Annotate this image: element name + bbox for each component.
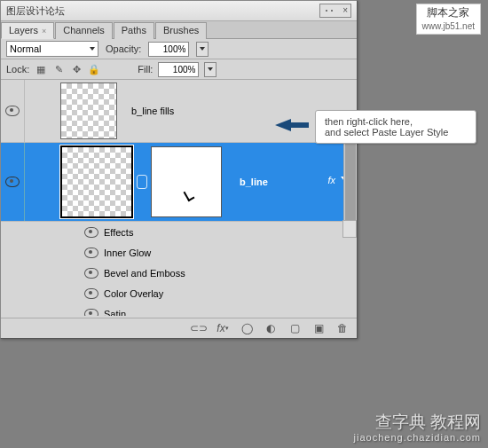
tab-close-icon[interactable]: × [42, 27, 46, 35]
watermark-bottom: 查字典 教程网 jiaocheng.chazidian.com [354, 413, 481, 443]
effect-item[interactable]: Color Overlay [1, 283, 357, 303]
mask-link-icon[interactable] [137, 175, 147, 189]
layer-thumbnail[interactable] [60, 83, 117, 139]
callout-line2: and select Paste Layer Style [325, 127, 467, 138]
panel-menu-button[interactable]: × [319, 4, 351, 18]
scrollbar-thumb[interactable] [345, 142, 356, 220]
callout-line1: then right-click here, [325, 116, 467, 127]
fill-input[interactable]: 100% [158, 62, 199, 77]
lock-label: Lock: [6, 64, 29, 75]
panel-tabs: Layers× Channels Paths Brushes [1, 21, 357, 39]
layers-bottom-toolbar: ⊂⊃ fx▾ ◯ ◐ ▢ ▣ 🗑 [1, 318, 357, 338]
trash-icon[interactable]: 🗑 [335, 321, 350, 335]
blend-mode-select[interactable]: Normal [6, 41, 98, 57]
group-icon[interactable]: ▢ [287, 321, 302, 335]
tab-paths[interactable]: Paths [114, 22, 154, 39]
adjustment-icon[interactable]: ◐ [264, 321, 278, 335]
visibility-eye-icon[interactable] [84, 288, 98, 299]
tab-channels[interactable]: Channels [55, 22, 112, 39]
effect-item[interactable]: Bevel and Emboss [1, 263, 357, 283]
lock-controls: Lock: ▦ ✎ ✥ 🔒 Fill: 100% [1, 59, 357, 80]
fill-label: Fill: [138, 64, 153, 75]
fx-badge[interactable]: fx [327, 175, 335, 185]
link-layers-icon[interactable]: ⊂⊃ [192, 321, 206, 335]
layer-name[interactable]: b_line fills [131, 106, 174, 116]
callout-tooltip: then right-click here, and select Paste … [315, 110, 476, 144]
opacity-input[interactable]: 100% [148, 42, 189, 57]
effect-item[interactable]: Satin [1, 303, 357, 316]
layer-row[interactable]: b_line fills [1, 80, 357, 143]
lock-pixels-icon[interactable]: ✎ [52, 63, 65, 75]
fx-icon[interactable]: fx▾ [216, 321, 230, 335]
close-icon[interactable]: × [342, 5, 348, 15]
scrollbar[interactable] [343, 142, 357, 220]
panel-titlebar[interactable]: 图层设计论坛 × [1, 1, 357, 21]
visibility-eye-icon[interactable] [84, 309, 98, 317]
layers-panel: 图层设计论坛 × Layers× Channels Paths Brushes … [0, 0, 358, 339]
visibility-eye-icon[interactable] [5, 106, 20, 116]
tab-layers[interactable]: Layers× [1, 22, 54, 39]
fill-flyout[interactable] [204, 62, 216, 77]
layer-name[interactable]: b_line [240, 177, 268, 187]
panel-title: 图层设计论坛 [6, 4, 65, 18]
visibility-eye-icon[interactable] [84, 268, 98, 279]
scrollbar-track[interactable] [342, 220, 357, 238]
lock-all-icon[interactable]: 🔒 [88, 63, 100, 75]
tab-brushes[interactable]: Brushes [155, 22, 207, 39]
opacity-label: Opacity: [106, 43, 141, 54]
watermark-top: 脚本之家 www.jb51.net [416, 4, 481, 35]
layers-list: b_line fills b_line fx Effects Inner Glo… [1, 80, 357, 316]
mask-icon[interactable]: ◯ [240, 321, 254, 335]
chevron-down-icon [90, 47, 95, 51]
callout-arrow-icon [275, 119, 291, 131]
new-layer-icon[interactable]: ▣ [311, 321, 326, 335]
opacity-flyout[interactable] [196, 42, 209, 57]
effects-header[interactable]: Effects [1, 222, 357, 242]
lock-transparency-icon[interactable]: ▦ [35, 63, 47, 75]
lock-position-icon[interactable]: ✥ [70, 63, 83, 75]
visibility-eye-icon[interactable] [5, 177, 20, 187]
effect-item[interactable]: Inner Glow [1, 242, 357, 263]
layer-thumbnail[interactable] [60, 145, 133, 218]
visibility-eye-icon[interactable] [84, 227, 98, 238]
blend-controls: Normal Opacity: 100% [1, 39, 357, 59]
layer-row-selected[interactable]: b_line fx [1, 143, 357, 222]
layer-mask-thumbnail[interactable] [151, 146, 222, 217]
visibility-eye-icon[interactable] [84, 248, 98, 258]
